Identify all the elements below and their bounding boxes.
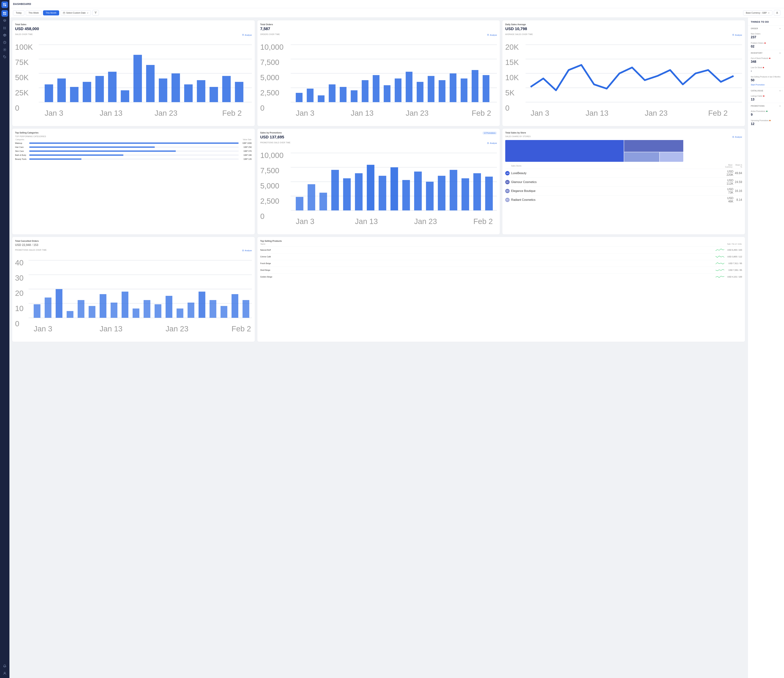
filter-button[interactable] <box>92 10 99 16</box>
svg-rect-66 <box>351 90 357 102</box>
svg-text:20: 20 <box>15 289 23 297</box>
new-orders-label: New Orders <box>751 33 781 35</box>
page-title: DASHBOARD <box>13 3 31 5</box>
active-promotions-item: Active Promotions 9 <box>748 109 784 118</box>
svg-text:Feb 2: Feb 2 <box>473 217 493 225</box>
listings-failed-label: Listings Failed <box>751 95 781 97</box>
svg-text:0: 0 <box>15 104 19 112</box>
sidebar-item-settings[interactable] <box>2 47 8 53</box>
svg-text:30: 30 <box>15 274 23 282</box>
treemap-glamour <box>624 140 683 152</box>
download-button[interactable] <box>774 10 780 16</box>
svg-rect-113 <box>343 178 351 210</box>
svg-rect-10 <box>3 28 4 28</box>
svg-point-16 <box>4 56 4 56</box>
svg-rect-110 <box>308 184 315 210</box>
svg-text:7,500: 7,500 <box>260 58 279 67</box>
svg-rect-152 <box>143 300 150 318</box>
out-of-stock-item: Out of Stock Products 348 <box>748 56 784 65</box>
daily-sales-analyse[interactable]: Analyse <box>732 34 742 36</box>
cancelled-value: USD 22,948 / 153 <box>15 243 252 247</box>
sidebar-item-tag[interactable] <box>2 54 8 60</box>
total-sales-chart-label: SALES OVER TIME <box>15 33 33 35</box>
svg-text:Jan 3: Jan 3 <box>296 217 314 225</box>
svg-rect-145 <box>67 311 73 318</box>
start-promotion-link[interactable]: Start Promotion <box>748 84 784 88</box>
catalogue-section-header[interactable]: CATALOGUE <box>748 88 784 93</box>
order-section-header[interactable]: ORDER <box>748 26 784 31</box>
svg-text:Jan 23: Jan 23 <box>645 109 668 117</box>
svg-text:50K: 50K <box>15 73 29 82</box>
svg-rect-72 <box>417 82 423 102</box>
store-name: LuxeBeauty <box>511 172 720 175</box>
today-button[interactable]: Today <box>13 10 24 16</box>
sidebar-item-box[interactable] <box>2 32 8 39</box>
svg-rect-71 <box>405 72 412 102</box>
currency-button[interactable]: Base Currency - GBP <box>743 10 772 16</box>
low-stock-value: - <box>751 69 781 73</box>
svg-text:20K: 20K <box>505 43 519 51</box>
svg-rect-61 <box>296 93 302 102</box>
svg-rect-117 <box>390 167 398 210</box>
product-row-creme-cafe: Crème Café USD 3,805 / 112 <box>260 253 742 260</box>
dashboard-main: Total Sales USD 458,000 SALES OVER TIME … <box>9 18 748 678</box>
svg-rect-43 <box>210 87 218 102</box>
product-name: Crème Café <box>260 255 714 258</box>
store-title: Total Sales by Store <box>505 132 742 134</box>
promo-analyse[interactable]: Analyse <box>487 142 497 144</box>
sidebar-item-dashboard[interactable] <box>2 10 8 17</box>
svg-rect-40 <box>171 73 180 102</box>
product-row-shell-beige: Shell Beige USD 7,091 / 85 <box>260 267 742 273</box>
svg-rect-38 <box>146 65 154 102</box>
svg-rect-9 <box>5 27 6 27</box>
svg-rect-3 <box>5 5 6 6</box>
problem-orders-label: Problem Orders <box>751 42 781 44</box>
inventory-section-header[interactable]: INVENTORY <box>748 50 784 56</box>
sidebar-item-layers[interactable] <box>2 17 8 24</box>
cat-name: Bath & Body <box>15 154 28 156</box>
store-share: 16.16 <box>735 189 742 193</box>
cat-value: GBP 37K <box>240 150 252 152</box>
cat-bar-container <box>29 159 238 160</box>
svg-rect-12 <box>3 29 4 29</box>
this-month-button[interactable]: This Month <box>43 10 59 16</box>
cat-bar-container <box>29 146 238 148</box>
analyse-icon-daily <box>732 34 734 36</box>
sidebar-item-clock[interactable] <box>2 39 8 46</box>
cat-bar <box>29 151 176 152</box>
svg-text:Feb 2: Feb 2 <box>472 109 491 117</box>
sidebar-item-list[interactable] <box>2 25 8 31</box>
this-week-button[interactable]: This Week <box>26 10 41 16</box>
cancelled-analyse[interactable]: Analyse <box>242 249 252 252</box>
store-currency: USD 220K <box>722 170 733 176</box>
total-sales-analyse[interactable]: Analyse <box>242 34 252 36</box>
svg-text:Jan 13: Jan 13 <box>100 109 123 117</box>
svg-rect-18 <box>63 12 65 14</box>
analyse-icon-promo <box>487 142 489 144</box>
treemap-elegance <box>624 152 659 162</box>
product-value: USD 7,091 / 85 <box>726 269 742 271</box>
upcoming-promo-dot <box>769 120 771 121</box>
svg-rect-120 <box>426 182 433 210</box>
listings-failed-value: 13 <box>751 98 781 101</box>
custom-date-button[interactable]: Select Custom Date <box>61 10 91 16</box>
sidebar-item-notifications[interactable] <box>2 663 8 669</box>
svg-point-15 <box>5 49 5 50</box>
svg-text:Jan 23: Jan 23 <box>414 217 437 225</box>
svg-rect-36 <box>121 90 129 102</box>
promotions-section: PROMOTIONS Active Promotions 9 Upcoming … <box>748 103 784 128</box>
product-name: Golden Beige <box>260 276 714 278</box>
treemap-right <box>624 140 683 162</box>
logo[interactable] <box>2 2 8 8</box>
cat-value: GBP 18K <box>240 154 252 156</box>
total-orders-analyse[interactable]: Analyse <box>487 34 497 36</box>
promotions-section-header[interactable]: PROMOTIONS <box>748 103 784 109</box>
svg-text:0: 0 <box>260 104 264 112</box>
product-sparkline <box>715 268 724 272</box>
out-of-stock-value: 348 <box>751 60 781 64</box>
sidebar-item-user[interactable] <box>2 670 8 676</box>
svg-text:Feb 2: Feb 2 <box>708 109 728 117</box>
store-analyse[interactable]: Analyse <box>732 136 742 138</box>
daily-sales-title: Daily Sales Average <box>505 23 742 26</box>
svg-text:Jan 13: Jan 13 <box>351 109 374 117</box>
